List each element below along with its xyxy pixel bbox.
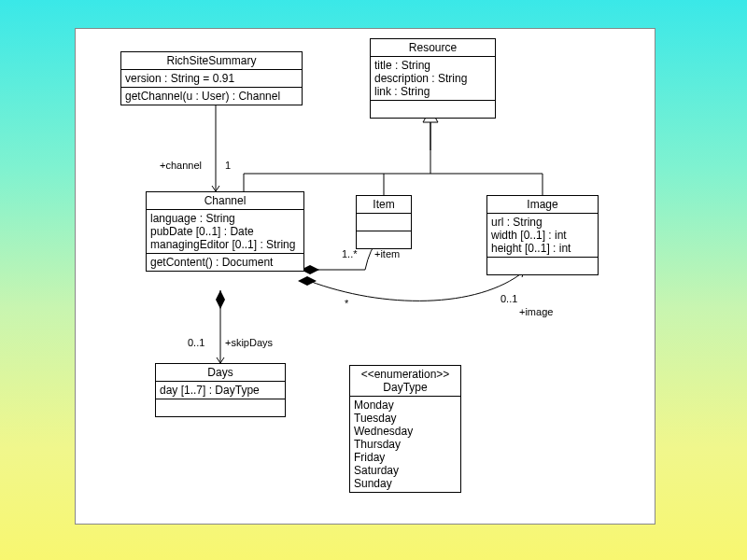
label-skipdays-mult: 0..1	[188, 337, 204, 348]
class-attrs: version : String = 0.91	[121, 70, 302, 88]
class-resource: Resource title : Stringdescription : Str…	[370, 38, 496, 119]
class-item: Item	[356, 195, 412, 249]
class-name: Channel	[147, 192, 303, 210]
class-ops	[156, 399, 285, 416]
label-item-role: +item	[374, 248, 400, 259]
class-attrs	[357, 214, 411, 231]
class-ops	[487, 258, 598, 274]
label-image-star: *	[345, 298, 348, 309]
label-skipdays-role: +skipDays	[225, 337, 273, 348]
class-ops: getContent() : Document	[147, 254, 303, 271]
label-channel-mult: 1	[225, 160, 231, 171]
class-attrs: day [1..7] : DayType	[156, 382, 285, 399]
class-image: Image url : Stringwidth [0..1] : intheig…	[486, 195, 599, 275]
class-ops	[357, 231, 411, 248]
enum-header: <<enumeration>> DayType	[350, 366, 460, 397]
class-ops: getChannel(u : User) : Channel	[121, 88, 302, 105]
class-channel: Channel language : StringpubDate [0..1] …	[146, 191, 304, 272]
diagram-frame: RichSiteSummary version : String = 0.91 …	[75, 28, 655, 525]
class-days: Days day [1..7] : DayType	[155, 363, 286, 417]
label-channel-role: +channel	[160, 160, 202, 171]
label-item-mult: 1..*	[342, 248, 358, 259]
class-name: Item	[357, 196, 411, 214]
enum-daytype: <<enumeration>> DayType MondayTuesdayWed…	[349, 365, 461, 493]
class-name: Resource	[371, 39, 495, 57]
label-image-role: +image	[519, 306, 553, 317]
class-attrs: language : StringpubDate [0..1] : Datema…	[147, 210, 303, 254]
class-name: RichSiteSummary	[121, 52, 302, 70]
svg-marker-13	[216, 290, 225, 309]
class-name: Image	[487, 196, 598, 214]
enum-literals: MondayTuesdayWednesdayThursdayFridaySatu…	[350, 397, 460, 492]
label-image-mult: 0..1	[500, 293, 517, 304]
svg-marker-11	[298, 276, 317, 286]
class-ops	[371, 101, 495, 118]
class-attrs: url : Stringwidth [0..1] : intheight [0.…	[487, 214, 598, 258]
class-richsitesummary: RichSiteSummary version : String = 0.91 …	[120, 51, 303, 105]
class-attrs: title : Stringdescription : Stringlink :…	[371, 57, 495, 101]
class-name: Days	[156, 364, 285, 382]
